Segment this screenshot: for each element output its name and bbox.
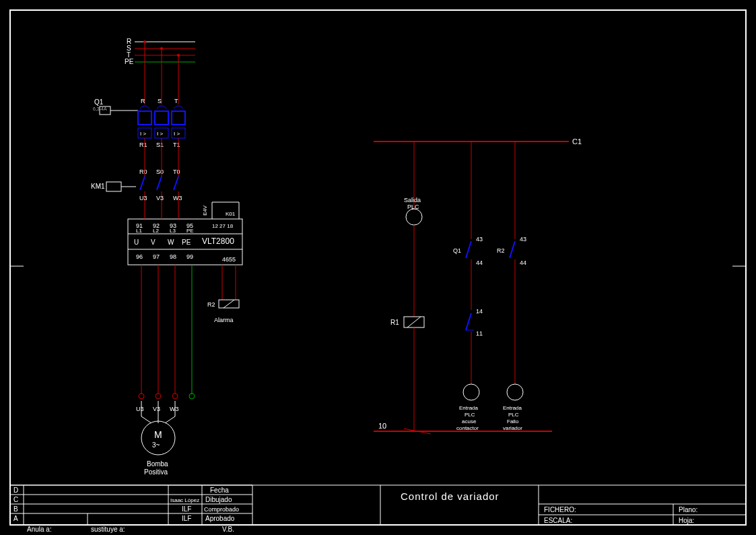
svg-line-39 [174, 177, 178, 190]
phase-pe: PE [125, 58, 134, 65]
svg-text:A: A [13, 515, 18, 522]
drawing-title: Control de variador [401, 491, 500, 502]
fichero-label: FICHERO: [544, 506, 576, 513]
power-circuit: R S T PE Q1 6,3-4A R S T [91, 38, 242, 476]
svg-rect-16 [172, 111, 185, 125]
svg-text:acuse: acuse [462, 418, 477, 424]
motor-name-2: Positiva [144, 468, 168, 476]
svg-line-96 [165, 416, 175, 423]
svg-text:D: D [13, 486, 18, 494]
q1-label: Q1 [94, 98, 104, 106]
svg-point-87 [172, 394, 178, 399]
svg-text:S0: S0 [156, 168, 164, 175]
svg-text:L3: L3 [170, 228, 176, 234]
drive-vlt2800: 91 92 93 95 12 27 18 L1 L2 L3 PE VLT2800… [128, 202, 242, 323]
svg-text:L2: L2 [153, 228, 159, 234]
bus-c1: C1 [572, 137, 582, 146]
svg-rect-136 [10, 485, 746, 525]
svg-point-85 [139, 394, 144, 399]
svg-text:W3: W3 [170, 406, 179, 412]
svg-text:R1: R1 [139, 141, 147, 148]
svg-text:44: 44 [520, 259, 526, 266]
hoja-label: Hoja: [679, 517, 694, 524]
r2-aux: R2 [497, 247, 505, 254]
svg-text:Entrada: Entrada [503, 405, 522, 411]
svg-text:T: T [174, 98, 178, 104]
svg-rect-14 [138, 111, 151, 125]
svg-text:U: U [134, 239, 139, 246]
anula-label: Anula a: [27, 526, 52, 533]
motor-name-1: Bomba [147, 460, 168, 468]
svg-line-128 [510, 241, 515, 258]
svg-text:S: S [158, 98, 162, 104]
svg-line-95 [141, 416, 151, 423]
svg-text:Entrada: Entrada [459, 405, 479, 411]
svg-text:PLC: PLC [407, 203, 419, 210]
bus-10: 10 [378, 422, 386, 430]
svg-point-11 [177, 54, 180, 57]
svg-point-86 [156, 394, 161, 399]
svg-rect-15 [155, 111, 168, 125]
drawing-frame [10, 10, 746, 525]
svg-text:Aprobado: Aprobado [205, 515, 235, 522]
svg-text:V3: V3 [156, 195, 164, 201]
svg-text:98: 98 [170, 253, 176, 260]
svg-text:Fecha: Fecha [210, 486, 229, 494]
motor: U3 V3 W3 M 3~ Bomba Positiva [136, 401, 179, 476]
r1-coil: R1 [390, 319, 399, 326]
svg-text:V.B.: V.B. [222, 526, 234, 533]
svg-text:W: W [168, 239, 174, 246]
svg-text:I >: I > [140, 131, 146, 137]
cad-drawing-canvas: R S T PE Q1 6,3-4A R S T [0, 0, 756, 535]
svg-text:14: 14 [476, 308, 483, 315]
svg-text:12 27 18: 12 27 18 [212, 223, 234, 229]
svg-text:96: 96 [136, 253, 143, 260]
contactor-km1: KM1 R0 S0 T0 U3 V3 W3 [91, 168, 182, 216]
svg-text:99: 99 [186, 253, 193, 260]
svg-text:V3: V3 [153, 406, 160, 412]
svg-text:Salida: Salida [404, 197, 421, 203]
r2-alarm: Alarma [214, 317, 234, 323]
svg-text:43: 43 [476, 236, 483, 243]
svg-text:ILF: ILF [182, 515, 191, 522]
svg-text:PLC: PLC [465, 412, 475, 418]
svg-point-131 [507, 384, 523, 400]
svg-line-37 [140, 177, 145, 190]
svg-text:W3: W3 [173, 195, 182, 201]
svg-point-103 [406, 209, 422, 225]
title-block: D C B A Isaac López ILF ILF Fecha Dibuja… [10, 485, 746, 533]
svg-text:T0: T0 [173, 168, 180, 175]
svg-text:43: 43 [520, 236, 526, 243]
q1-aux: Q1 [453, 247, 461, 254]
drive-code: 4655 [222, 256, 236, 263]
svg-text:I >: I > [157, 131, 163, 137]
svg-text:97: 97 [153, 253, 160, 260]
svg-line-112 [466, 241, 471, 258]
r2-label: R2 [207, 301, 215, 308]
svg-text:U3: U3 [136, 406, 144, 412]
svg-line-80 [224, 300, 234, 308]
svg-line-38 [157, 177, 162, 190]
svg-text:U3: U3 [139, 195, 147, 201]
svg-text:I >: I > [174, 131, 180, 137]
svg-point-120 [463, 384, 479, 400]
svg-text:K01: K01 [226, 211, 236, 217]
svg-text:Comprobado: Comprobado [204, 506, 239, 513]
escala-label: ESCALA: [544, 517, 572, 524]
svg-text:R0: R0 [139, 168, 147, 175]
svg-text:variador: variador [503, 425, 522, 431]
km1-label: KM1 [91, 183, 105, 190]
breaker-q1: Q1 6,3-4A R S T I > I > I > R1 S1 T1 [93, 98, 185, 168]
motor-phase: 3~ [152, 441, 160, 449]
svg-text:V: V [151, 239, 156, 246]
svg-text:44: 44 [476, 259, 483, 266]
motor-symbol: M [154, 429, 162, 440]
svg-text:B: B [13, 505, 18, 513]
svg-line-116 [466, 313, 471, 330]
svg-text:ILF: ILF [182, 505, 191, 513]
svg-text:contactor: contactor [456, 425, 479, 431]
plano-label: Plano: [679, 506, 697, 513]
svg-text:PE: PE [182, 239, 191, 246]
control-circuit: C1 10 Salida PLC R1 43 Q1 44 14 11 Entra… [374, 137, 582, 434]
svg-text:Dibujado: Dibujado [205, 496, 232, 503]
